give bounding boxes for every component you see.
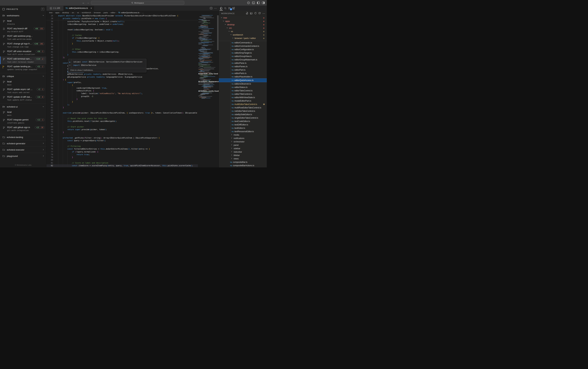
file-row-editorWithViewState-ts[interactable]: TSeditorWithViewState.ts xyxy=(219,96,267,99)
breadcrumb-item[interactable]: parts xyxy=(103,11,108,14)
tree-node-desktop[interactable]: desktop xyxy=(219,23,267,26)
code-line[interactable]: 66this.pickState.reset(!!picker.quickNav… xyxy=(46,120,198,123)
back-icon[interactable]: ← xyxy=(82,1,85,4)
chevron-down-icon[interactable] xyxy=(42,105,44,108)
folder-row-media[interactable]: media xyxy=(219,133,267,137)
file-row-editorPanes-ts[interactable]: TSeditorPanes.ts xyxy=(219,65,267,68)
file-row-textCodeEditor-ts[interactable]: TStextCodeEditor.ts xyxy=(219,120,267,123)
tooltip-footer[interactable]: Click to show 3 definitions. xyxy=(68,68,146,72)
search-view-icon[interactable] xyxy=(223,6,227,11)
chevron-down-icon[interactable] xyxy=(42,14,44,17)
code-line[interactable]: 43}; xyxy=(46,56,198,59)
chevron-down-icon[interactable] xyxy=(224,23,226,26)
more-actions-icon[interactable]: ⋯ xyxy=(213,6,217,11)
file-row-editorQuickAccess-ts[interactable]: TSeditorQuickAccess.ts xyxy=(219,78,267,82)
code-line[interactable]: 77if (!query.normalized) { xyxy=(46,151,198,153)
minimap[interactable]: Active Edit...ently UsedAll Editors...Ap… xyxy=(198,14,217,167)
code-line[interactable]: 76const filteredEditorEntries = this.doG… xyxy=(46,148,198,150)
chevron-down-icon[interactable] xyxy=(42,75,44,78)
code-line[interactable]: 41this.isQuickNavigating = isQuickNaviga… xyxy=(46,51,198,53)
breadcrumb-item[interactable]: desktop xyxy=(62,11,69,14)
breadcrumb-item[interactable]: editor xyxy=(111,11,115,14)
code-line[interactable]: 51) { xyxy=(46,78,198,81)
code-line[interactable]: 52super(prefix, xyxy=(46,81,198,84)
code-line[interactable]: 73const query = prepareQuery(filter); xyxy=(46,139,198,142)
terminal-icon[interactable] xyxy=(252,1,255,4)
code-line[interactable]: 64 xyxy=(46,114,198,117)
code-line[interactable]: 55noResultsPick: { xyxy=(46,90,198,92)
file-row-textEditor-ts[interactable]: TStextEditor.ts xyxy=(219,126,267,130)
file-row-textDiffEditor-ts[interactable]: TStextDiffEditor.ts xyxy=(219,123,267,126)
code-line[interactable]: 39 xyxy=(46,45,198,48)
chevron-down-icon[interactable] xyxy=(230,34,232,36)
tree-node-src[interactable]: src xyxy=(219,26,267,30)
breadcrumb-item[interactable]: tree xyxy=(49,11,52,14)
code-line[interactable]: 58} xyxy=(46,98,198,101)
file-row-editorPane-ts[interactable]: TSeditorPane.ts xyxy=(219,62,267,65)
chevron-right-icon[interactable] xyxy=(42,136,44,138)
code-line[interactable]: 71 xyxy=(46,134,198,137)
code-line[interactable]: 53{ xyxy=(46,84,198,87)
code-line[interactable]: 70} xyxy=(46,131,198,134)
code-line[interactable]: 34 xyxy=(46,31,198,34)
file-row-editorStatus-ts[interactable]: TSeditorStatus.ts xyxy=(219,86,267,89)
tree-node-vs[interactable]: vs xyxy=(219,30,267,33)
project-group-header-playground[interactable]: playground xyxy=(0,153,46,159)
code-line[interactable]: 28private readonly pickState = new class… xyxy=(46,17,198,20)
project-group-header-workstreams[interactable]: workstreams xyxy=(0,12,46,19)
code-line[interactable]: 32 xyxy=(46,26,198,28)
code-line[interactable]: 78return true; xyxy=(46,153,198,156)
code-line[interactable]: 35// Caches xyxy=(46,34,198,37)
scrollbar-thumb[interactable] xyxy=(217,15,219,50)
code-line[interactable]: 40// Other xyxy=(46,48,198,51)
chevron-right-icon[interactable] xyxy=(231,137,233,140)
folder-row-statusbar[interactable]: statusbar xyxy=(219,150,267,154)
file-row-editorCommands-ts[interactable]: TSeditorCommands.ts xyxy=(219,41,267,44)
file-row-editorDropTarget-ts[interactable]: TSeditorDropTarget.ts xyxy=(219,51,267,55)
chevron-right-icon[interactable] xyxy=(231,141,233,143)
code-line[interactable]: 72protected _getPicks(filter: string): A… xyxy=(46,137,198,139)
folder-row-views[interactable]: views xyxy=(219,157,267,160)
tree-node-tree[interactable]: tree xyxy=(219,16,267,20)
workstream-item[interactable]: FEAT: change git logo from scmfeat-chang… xyxy=(0,41,46,49)
code-line[interactable]: 80 xyxy=(46,159,198,162)
add-project-button[interactable]: + xyxy=(41,8,44,11)
file-row-multiEditorTabsControl-ts[interactable]: TSmultiEditorTabsControl.tsM xyxy=(219,102,267,106)
code-line[interactable]: 26export abstract class BaseEditorQuickA… xyxy=(46,14,198,17)
code-line[interactable]: 62 xyxy=(46,109,198,112)
close-icon[interactable]: ✕ xyxy=(91,7,92,9)
breadcrumb-item[interactable]: browser xyxy=(94,11,101,14)
code-line[interactable]: 63override provide(picker: IQuickPick<IE… xyxy=(46,112,198,114)
file-row-compositeBar-ts[interactable]: TScompositeBar.ts xyxy=(219,160,267,164)
tab-editorquickaccess[interactable]: TS editorQuickAccess.ts ✕ xyxy=(63,6,94,11)
workstream-item[interactable]: FEAT: update async call to aws se…feat-a… xyxy=(0,87,46,95)
tree-node-browser---parts---editor[interactable]: browser / parts / editor xyxy=(219,37,267,40)
refresh-icon[interactable] xyxy=(254,12,257,15)
code-line[interactable]: 74 xyxy=(46,142,198,145)
chevron-right-icon[interactable] xyxy=(42,155,44,157)
tooltip-collapse-icon[interactable]: − xyxy=(69,63,71,67)
panel-right-icon[interactable] xyxy=(262,1,265,4)
breadcrumb-item[interactable]: apps xyxy=(55,11,60,14)
workstream-item[interactable]: localmain xyxy=(0,110,46,117)
workstream-item[interactable]: FEAT: edit terminal name to kee…feat-edi… xyxy=(0,56,46,64)
split-editor-icon[interactable] xyxy=(209,6,213,11)
file-row-sideBySideEditor-ts[interactable]: TSsideBySideEditor.ts xyxy=(219,113,267,116)
folder-row-panel[interactable]: panel xyxy=(219,144,267,147)
code-line[interactable]: 82const itemScore = scoreItemFuzzy(entry… xyxy=(46,164,198,167)
code-line[interactable]: 65// Reset the pick state for this run xyxy=(46,117,198,120)
file-row-editorTitleControl-ts[interactable]: TSeditorTitleControl.ts xyxy=(219,92,267,96)
file-row-editorsObserver-ts[interactable]: TSeditorsObserver.ts xyxy=(219,82,267,86)
version-tab[interactable]: 2.1.100 xyxy=(46,6,63,11)
code-line[interactable]: 61} xyxy=(46,106,198,109)
workstream-item[interactable]: FEAT: integrate geminiintefrate-gemini+1… xyxy=(0,117,46,125)
folder-row-orchestrator[interactable]: orchestrator xyxy=(219,140,267,144)
code-line[interactable]: 42} xyxy=(46,53,198,56)
code-line[interactable]: 33reset(isQuickNavigating: boolean): voi… xyxy=(46,28,198,31)
code-line[interactable]: 38} xyxy=(46,42,198,45)
tree-node-workbench[interactable]: workbench xyxy=(219,33,267,37)
chevron-right-icon[interactable] xyxy=(231,151,233,153)
chevron-down-icon[interactable] xyxy=(223,20,224,22)
workstream-item[interactable]: FEAT: update cli diff statausfeat-update… xyxy=(0,95,46,102)
project-group-header-echotest-executor[interactable]: echotest-executor xyxy=(0,147,46,153)
